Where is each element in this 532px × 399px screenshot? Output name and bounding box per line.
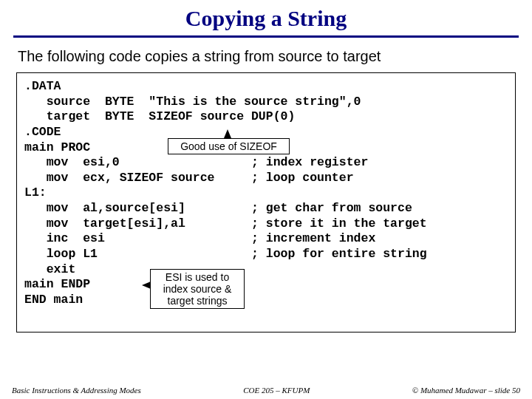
code-block: .DATA source BYTE "This is the source st… — [16, 72, 516, 332]
footer-left: Basic Instructions & Addressing Modes — [12, 386, 141, 395]
callout-sizeof: Good use of SIZEOF — [168, 138, 290, 154]
slide: Copying a String The following code copi… — [0, 0, 532, 399]
footer-right: © Muhamed Mudawar – slide 50 — [412, 386, 520, 395]
footer-center: COE 205 – KFUPM — [141, 386, 412, 395]
page-title: Copying a String — [13, 6, 519, 38]
subtitle-text: The following code copies a string from … — [18, 48, 514, 65]
callout-esi: ESI is used to index source & target str… — [150, 269, 245, 309]
arrow-icon — [224, 129, 231, 138]
assembly-code: .DATA source BYTE "This is the source st… — [24, 79, 508, 307]
footer: Basic Instructions & Addressing Modes CO… — [0, 386, 532, 395]
